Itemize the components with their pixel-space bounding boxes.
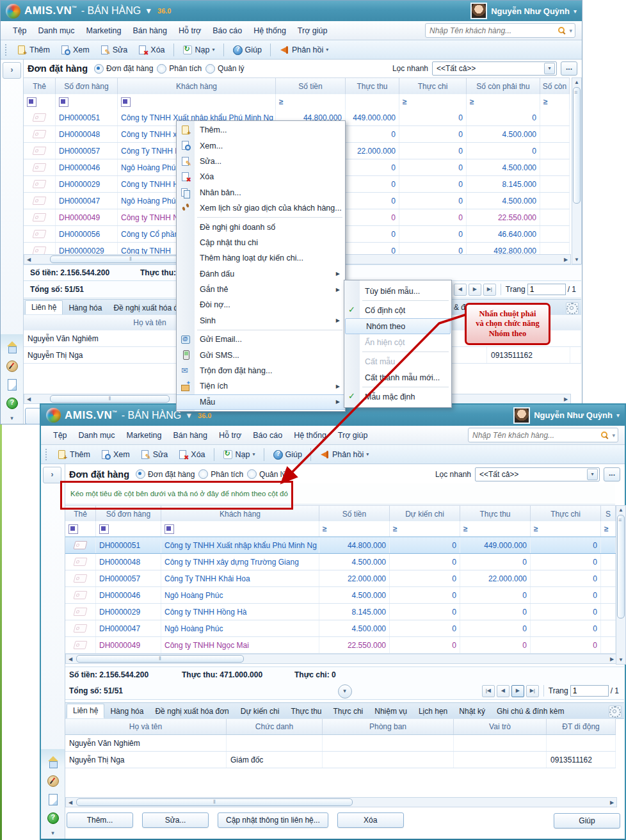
search-input[interactable] — [428, 26, 557, 36]
filter-operator-icon[interactable]: ≥ — [534, 524, 538, 533]
filter-cell[interactable] — [161, 521, 319, 537]
tag-icon[interactable] — [73, 574, 87, 583]
tab-active[interactable]: Liên hệ — [25, 300, 63, 315]
column-header[interactable]: Thực chi — [399, 78, 467, 94]
column-header[interactable]: Số tiền — [319, 506, 390, 522]
scroll-left-icon[interactable]: ◀ — [24, 257, 33, 262]
filter-operator-icon[interactable]: ≥ — [470, 97, 474, 106]
tag-icon[interactable] — [73, 608, 87, 616]
menubar-item[interactable]: Marketing — [121, 429, 168, 442]
sidebar-expand-button[interactable]: › — [3, 62, 21, 79]
submenu-item[interactable]: ✓Cố định cột — [344, 302, 451, 318]
search-caret-icon[interactable]: ▾ — [612, 432, 615, 439]
tag-icon[interactable] — [32, 147, 46, 155]
filter-more-button[interactable]: ... — [604, 467, 620, 481]
context-menu-item[interactable]: Gửi SMS... — [177, 347, 345, 362]
help-button[interactable]: Giúp — [228, 44, 266, 56]
tag-icon[interactable] — [73, 541, 87, 549]
submenu-item[interactable]: Cất thành mẫu mới... — [344, 369, 451, 385]
tag-icon[interactable] — [32, 197, 46, 205]
submenu-item[interactable]: Cất mẫu — [344, 353, 451, 369]
scroll-right-icon[interactable]: ▶ — [561, 257, 570, 262]
title-caret-icon[interactable]: ▼ — [145, 6, 152, 15]
filter-operator-icon[interactable]: ≥ — [604, 524, 609, 533]
megaphone-button[interactable]: Phản hồi▾ — [275, 44, 333, 56]
scrollbar-thumb[interactable] — [50, 395, 170, 403]
tab-item[interactable]: Đề nghị xuất hóa đơn — [149, 705, 234, 718]
select-caret-icon[interactable]: ▾ — [544, 63, 555, 74]
view-doc-button[interactable]: Xem — [96, 448, 134, 461]
radio-option[interactable]: Phân tích — [157, 64, 202, 74]
table-row[interactable]: DH0000048Công ty TNHH xây dựng Trường Gi… — [65, 554, 616, 570]
tab-item[interactable]: Hàng hóa — [104, 705, 149, 718]
horizontal-scrollbar[interactable]: ◀ ▶ — [65, 654, 617, 664]
dropdown-caret-icon[interactable]: ▾ — [253, 451, 255, 457]
filter-operator-icon[interactable]: ≥ — [323, 524, 327, 533]
tab-item[interactable]: Dự kiến chi — [235, 705, 285, 718]
filter-cell[interactable]: ≥ — [390, 521, 460, 537]
contact-column-header[interactable]: Họ và tên — [65, 719, 227, 734]
filter-cell[interactable]: ≥ — [540, 94, 570, 109]
menubar-item[interactable]: Tệp — [47, 429, 73, 442]
contact-column-header[interactable]: Vai trò — [454, 719, 547, 734]
contact-horizontal-scrollbar[interactable]: ◀ ▶ — [65, 797, 617, 807]
tab-item[interactable]: Hàng hóa — [63, 302, 108, 315]
menubar-item[interactable]: Hệ thống — [288, 429, 332, 442]
menubar-item[interactable]: Trợ giúp — [332, 429, 374, 442]
quick-filter-select[interactable]: <<Tất cả>> ▾ — [475, 467, 600, 481]
scroll-up-icon[interactable]: ▲ — [616, 507, 625, 513]
scroll-left-icon[interactable]: ◀ — [66, 800, 75, 805]
tab-active[interactable]: Liên hệ — [67, 704, 104, 718]
edit-doc-button[interactable]: Sửa — [136, 448, 173, 461]
filter-cell[interactable] — [118, 94, 276, 109]
vertical-scrollbar[interactable]: ▲ ▼ — [616, 505, 626, 665]
radio-option[interactable]: Đơn đặt hàng — [136, 469, 195, 479]
compass-icon[interactable] — [46, 774, 60, 788]
tab-settings-button[interactable] — [609, 706, 622, 718]
menubar-item[interactable]: Hỗ trợ — [213, 429, 247, 442]
column-header[interactable]: Thẻ — [24, 78, 56, 94]
tag-icon[interactable] — [32, 113, 46, 122]
document-icon[interactable] — [46, 793, 60, 807]
menubar-item[interactable]: Marketing — [81, 24, 127, 37]
filter-operator-icon[interactable]: ≥ — [463, 524, 468, 533]
sidebar-expand-button[interactable]: › — [43, 467, 61, 483]
reload-button[interactable]: Nạp▾ — [178, 44, 220, 56]
submenu-item[interactable]: Tùy biến mẫu... — [344, 283, 451, 299]
dropdown-caret-icon[interactable]: ▾ — [326, 47, 328, 52]
filter-cell[interactable] — [56, 94, 118, 109]
context-menu-item[interactable]: Sửa... — [177, 154, 345, 169]
filter-square-icon[interactable] — [59, 97, 68, 107]
add-doc-button[interactable]: Thêm — [52, 448, 95, 461]
help-icon[interactable] — [5, 396, 19, 410]
collapse-chevron-button[interactable]: ▾ — [338, 684, 352, 699]
menubar-item[interactable]: Hỗ trợ — [173, 24, 207, 37]
help-button[interactable]: Giúp — [554, 813, 620, 828]
search-box[interactable]: ▾ — [425, 23, 575, 38]
menubar-item[interactable]: Danh mục — [33, 24, 81, 37]
context-menu-item[interactable]: Xem... — [177, 138, 345, 153]
column-header[interactable]: Số còn — [540, 78, 570, 94]
submenu-item[interactable]: Nhóm theo — [345, 318, 451, 334]
compass-icon[interactable] — [5, 359, 19, 373]
filter-cell[interactable]: ≥ — [399, 94, 467, 109]
user-menu[interactable]: Nguyễn Như Quỳnh ▾ — [470, 3, 577, 19]
menubar-item[interactable]: Bán hàng — [167, 429, 213, 442]
scroll-right-icon[interactable]: ▶ — [561, 396, 570, 402]
context-menu-item[interactable]: Trộn đơn đặt hàng... — [177, 363, 345, 378]
context-menu-item[interactable]: Sinh▶ — [177, 313, 345, 328]
next-page-button[interactable]: ▶ — [469, 284, 481, 296]
context-menu-item[interactable]: Thêm... — [177, 122, 345, 138]
vertical-scrollbar[interactable]: ▲ ▼ — [572, 77, 582, 264]
page-input[interactable] — [527, 284, 566, 295]
add-doc-button[interactable]: Thêm — [12, 44, 54, 56]
search-caret-icon[interactable]: ▾ — [569, 28, 572, 34]
action-button[interactable]: Sửa... — [142, 812, 209, 828]
menubar-item[interactable]: Trợ giúp — [292, 24, 333, 37]
submenu-item[interactable]: Ẩn hiện cột — [344, 334, 451, 350]
table-row[interactable]: DH0000057Công Ty TNHH Khải Hoa22.000.000… — [65, 570, 616, 587]
context-menu-item[interactable]: Mẫu▶ — [177, 394, 345, 410]
action-button[interactable]: Xóa — [337, 812, 404, 828]
delete-doc-button[interactable]: Xóa — [133, 44, 169, 56]
context-menu-item[interactable]: Thêm hàng loạt dự kiến chi... — [177, 250, 345, 266]
